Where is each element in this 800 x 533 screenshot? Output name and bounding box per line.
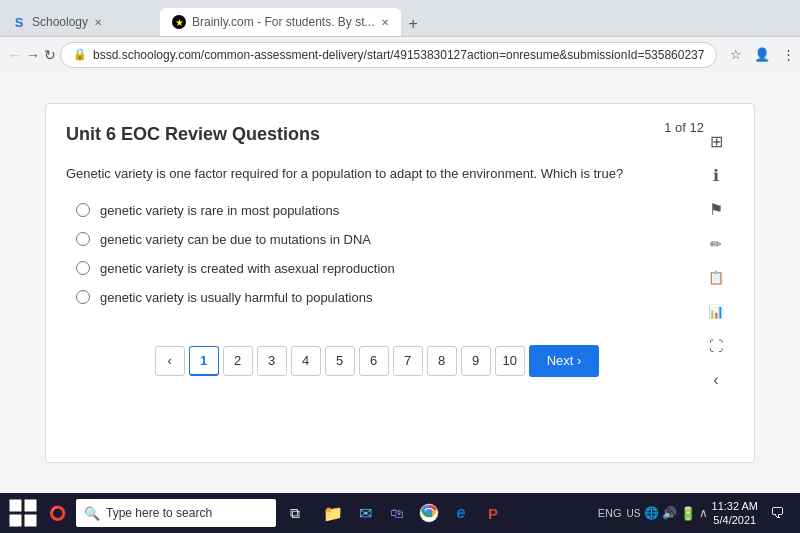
pencil-icon[interactable]: ✏	[702, 230, 730, 258]
flag-icon[interactable]: ⚑	[702, 196, 730, 224]
page-indicator: 1 of 12	[664, 120, 704, 135]
mail-icon[interactable]: ✉	[350, 498, 380, 528]
menu-icon[interactable]: ⋮	[777, 44, 799, 66]
svg-rect-2	[10, 515, 22, 527]
taskbar-apps: 📁 ✉ 🛍 e P	[318, 498, 508, 528]
taskbar-right-tray: ENG US 🌐 🔊 🔋 ∧ 11:32 AM 5/4/2021 🗨	[598, 498, 792, 528]
chrome-icon[interactable]	[414, 498, 444, 528]
tab-schoology[interactable]: S Schoology ✕	[0, 8, 160, 36]
region-label: US	[627, 508, 641, 519]
svg-rect-1	[25, 500, 37, 512]
profile-icon[interactable]: 👤	[751, 44, 773, 66]
option-3-radio[interactable]	[76, 261, 90, 275]
star-icon[interactable]: ☆	[725, 44, 747, 66]
brainly-favicon: ★	[172, 15, 186, 29]
tab-schoology-label: Schoology	[32, 15, 88, 29]
taskbar: ⭕ 🔍 Type here to search ⧉ 📁 ✉ 🛍 e P ENG	[0, 493, 800, 533]
page-button-9[interactable]: 9	[461, 346, 491, 376]
navigation-bar: ← → ↻ 🔒 bssd.schoology.com/common-assess…	[0, 36, 800, 72]
tab-bar: S Schoology ✕ ★ Brainly.com - For studen…	[0, 0, 800, 36]
clock[interactable]: 11:32 AM 5/4/2021	[712, 499, 758, 528]
page-button-3[interactable]: 3	[257, 346, 287, 376]
browser-chrome: S Schoology ✕ ★ Brainly.com - For studen…	[0, 0, 800, 72]
arrow-icon[interactable]: ∧	[699, 506, 708, 520]
sidebar-icons: ⊞ ℹ ⚑ ✏ 📋 📊 ⛶ ‹	[698, 124, 734, 442]
svg-rect-0	[10, 500, 22, 512]
file-explorer-icon[interactable]: 📁	[318, 498, 348, 528]
system-tray: ENG US 🌐 🔊 🔋 ∧	[598, 506, 708, 521]
store-icon[interactable]: 🛍	[382, 498, 412, 528]
tab-schoology-close[interactable]: ✕	[94, 17, 102, 28]
page-button-2[interactable]: 2	[223, 346, 253, 376]
start-button[interactable]	[8, 498, 38, 528]
main-area: Unit 6 EOC Review Questions 1 of 12 Gene…	[66, 124, 698, 442]
taskbar-search-bar[interactable]: 🔍 Type here to search	[76, 499, 276, 527]
network-icon[interactable]: 🌐	[644, 506, 659, 520]
page-button-8[interactable]: 8	[427, 346, 457, 376]
cortana-icon[interactable]: ⭕	[42, 498, 72, 528]
option-1[interactable]: genetic variety is rare in most populati…	[76, 203, 688, 218]
option-2[interactable]: genetic variety can be due to mutations …	[76, 232, 688, 247]
new-tab-button[interactable]: +	[401, 12, 426, 36]
chrome-logo-icon	[419, 503, 439, 523]
assessment-card: Unit 6 EOC Review Questions 1 of 12 Gene…	[45, 103, 755, 463]
expand-icon[interactable]: ⛶	[702, 332, 730, 360]
svg-rect-3	[25, 515, 37, 527]
question-text: Genetic variety is one factor required f…	[66, 165, 688, 183]
option-2-radio[interactable]	[76, 232, 90, 246]
schoology-favicon: S	[12, 15, 26, 29]
date-display: 5/4/2021	[712, 513, 758, 527]
windows-logo-icon	[8, 498, 38, 528]
powerpoint-icon[interactable]: P	[478, 498, 508, 528]
page-content: Unit 6 EOC Review Questions 1 of 12 Gene…	[0, 72, 800, 493]
browser-nav-icons: ☆ 👤 ⋮	[725, 44, 799, 66]
reload-button[interactable]: ↻	[44, 41, 56, 69]
option-3-text: genetic variety is created with asexual …	[100, 261, 395, 276]
page-title: Unit 6 EOC Review Questions	[66, 124, 688, 145]
prev-page-button[interactable]: ‹	[155, 346, 185, 376]
notification-icon[interactable]: 🗨	[762, 498, 792, 528]
tab-brainly[interactable]: ★ Brainly.com - For students. By st... ✕	[160, 8, 401, 36]
keyboard-icon[interactable]: ENG	[598, 507, 622, 519]
option-1-radio[interactable]	[76, 203, 90, 217]
option-3[interactable]: genetic variety is created with asexual …	[76, 261, 688, 276]
security-icon: 🔒	[73, 48, 87, 61]
pagination-bar: ‹ 1 2 3 4 5 6 7 8 9 10 Next ›	[66, 345, 688, 387]
page-button-6[interactable]: 6	[359, 346, 389, 376]
collapse-icon[interactable]: ‹	[702, 366, 730, 394]
page-button-10[interactable]: 10	[495, 346, 525, 376]
edge-icon[interactable]: e	[446, 498, 476, 528]
page-button-7[interactable]: 7	[393, 346, 423, 376]
page-button-4[interactable]: 4	[291, 346, 321, 376]
info-icon[interactable]: ℹ	[702, 162, 730, 190]
option-4-radio[interactable]	[76, 290, 90, 304]
page-button-1[interactable]: 1	[189, 346, 219, 376]
speaker-icon[interactable]: 🔊	[662, 506, 677, 520]
forward-button[interactable]: →	[26, 41, 40, 69]
address-bar[interactable]: 🔒 bssd.schoology.com/common-assessment-d…	[60, 42, 717, 68]
book-icon[interactable]: 📋	[702, 264, 730, 292]
battery-icon[interactable]: 🔋	[680, 506, 696, 521]
option-4-text: genetic variety is usually harmful to po…	[100, 290, 372, 305]
address-text: bssd.schoology.com/common-assessment-del…	[93, 48, 704, 62]
grid-icon[interactable]: ⊞	[702, 128, 730, 156]
next-button[interactable]: Next ›	[529, 345, 600, 377]
task-view-icon[interactable]: ⧉	[280, 498, 310, 528]
tab-brainly-label: Brainly.com - For students. By st...	[192, 15, 375, 29]
option-1-text: genetic variety is rare in most populati…	[100, 203, 339, 218]
option-2-text: genetic variety can be due to mutations …	[100, 232, 371, 247]
back-button[interactable]: ←	[8, 41, 22, 69]
options-list: genetic variety is rare in most populati…	[76, 203, 688, 305]
page-button-5[interactable]: 5	[325, 346, 355, 376]
tab-brainly-close[interactable]: ✕	[381, 17, 389, 28]
search-placeholder: Type here to search	[106, 506, 212, 520]
time-display: 11:32 AM	[712, 499, 758, 513]
calc-icon[interactable]: 📊	[702, 298, 730, 326]
option-4[interactable]: genetic variety is usually harmful to po…	[76, 290, 688, 305]
search-icon: 🔍	[84, 506, 100, 521]
